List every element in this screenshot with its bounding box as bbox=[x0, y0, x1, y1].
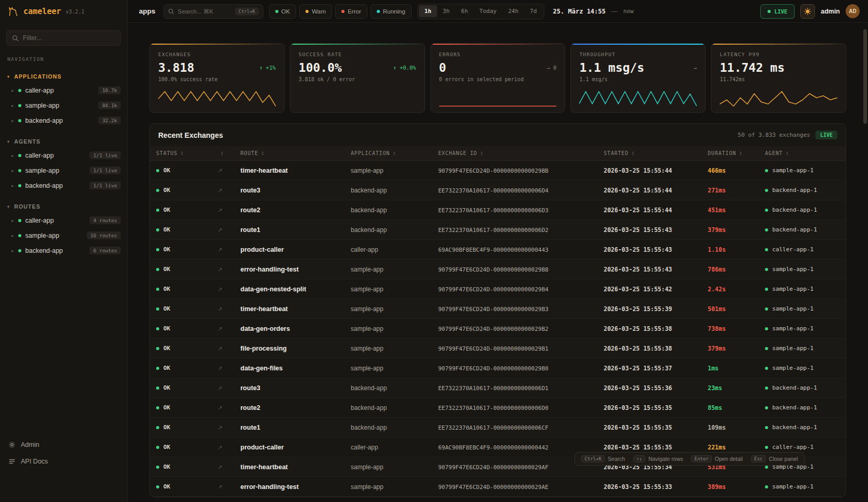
status-filter-warn[interactable]: Warn bbox=[299, 4, 332, 19]
agent-cell: backend-app-1 bbox=[759, 200, 846, 220]
sort-icon[interactable]: ↕ bbox=[220, 151, 224, 156]
time-range-1h[interactable]: 1h bbox=[419, 5, 437, 17]
open-exchange-icon[interactable]: ↗ bbox=[218, 168, 222, 174]
sidebar-item-sample-app[interactable]: ▸ sample-app 1/1 live bbox=[0, 163, 127, 178]
sidebar-item-backend-app[interactable]: ▸ backend-app 6 routes bbox=[0, 243, 127, 258]
sort-icon[interactable]: ↕ bbox=[480, 151, 484, 156]
sort-icon[interactable]: ↕ bbox=[785, 151, 789, 156]
open-exchange-icon[interactable]: ↗ bbox=[218, 424, 222, 431]
table-row[interactable]: OK ↗ timer-heartbeat sample-app 90799F47… bbox=[150, 161, 846, 181]
stat-card-success-rate[interactable]: SUCCESS RATE 100.0% ↑ +0.0% 3.818 ok / 0… bbox=[290, 43, 425, 113]
live-toggle-button[interactable]: LIVE bbox=[760, 4, 795, 19]
table-row[interactable]: OK ↗ route3 backend-app EE7322370A10617-… bbox=[150, 378, 846, 398]
column-header-application[interactable]: APPLICATION↕ bbox=[344, 146, 432, 161]
table-row[interactable]: OK ↗ file-processing sample-app 90799F47… bbox=[150, 339, 846, 358]
agent-cell: sample-app-1 bbox=[759, 161, 846, 181]
column-header-exchange-id[interactable]: EXCHANGE ID↕ bbox=[432, 146, 597, 161]
sort-icon[interactable]: ↕ bbox=[392, 151, 397, 156]
sidebar-item-backend-app[interactable]: ▸ backend-app 32.2k bbox=[0, 113, 127, 128]
global-search[interactable]: Ctrl+K bbox=[163, 4, 263, 19]
scrollbar-track[interactable] bbox=[863, 24, 867, 501]
stat-card-throughput[interactable]: THROUGHPUT 1.1 msg/s → 1.1 msg/s bbox=[570, 43, 706, 113]
open-exchange-icon[interactable]: ↗ bbox=[218, 227, 222, 233]
current-datetime[interactable]: 25. März 14:55 bbox=[553, 8, 606, 15]
sidebar-item-sample-app[interactable]: ▸ sample-app 16 routes bbox=[0, 228, 127, 243]
scrollbar-thumb[interactable] bbox=[863, 29, 867, 124]
status-filter-running[interactable]: Running bbox=[371, 4, 412, 19]
sidebar-item-caller-app[interactable]: ▸ caller-app 10.7k bbox=[0, 83, 127, 98]
time-range-7d[interactable]: 7d bbox=[524, 5, 542, 17]
table-header-row: STATUS↕↕ROUTE↕APPLICATION↕EXCHANGE ID↕ST… bbox=[150, 146, 846, 161]
open-exchange-icon[interactable]: ↗ bbox=[218, 286, 222, 292]
open-exchange-icon[interactable]: ↗ bbox=[218, 306, 222, 312]
table-row[interactable]: OK ↗ error-handling-test sample-app 9079… bbox=[150, 260, 846, 279]
sidebar-item-admin[interactable]: Admin bbox=[0, 436, 127, 453]
logo-row[interactable]: cameleer v3.2.1 bbox=[0, 0, 127, 23]
column-header-agent[interactable]: AGENT↕ bbox=[759, 146, 846, 161]
status-ok-dot bbox=[156, 347, 159, 350]
time-range-today[interactable]: Today bbox=[474, 5, 502, 17]
open-exchange-icon[interactable]: ↗ bbox=[218, 326, 222, 332]
sidebar-item-badge: 16 routes bbox=[87, 231, 121, 239]
table-row[interactable]: OK ↗ timer-heartbeat sample-app 90799F47… bbox=[150, 299, 846, 319]
open-exchange-icon[interactable]: ↗ bbox=[218, 365, 222, 371]
table-row[interactable]: OK ↗ error-handling-test sample-app 9079… bbox=[150, 477, 846, 497]
application-cell: backend-app bbox=[344, 200, 432, 220]
duration-cell: 786ms bbox=[701, 260, 759, 279]
table-row[interactable]: OK ↗ data-gen-orders sample-app 90799F47… bbox=[150, 319, 846, 339]
sidebar-item-api-docs[interactable]: API Docs bbox=[0, 453, 127, 470]
open-exchange-icon[interactable]: ↗ bbox=[218, 405, 222, 411]
column-header-route[interactable]: ROUTE↕ bbox=[234, 146, 344, 161]
status-filter-error[interactable]: Error bbox=[335, 4, 367, 19]
table-row[interactable]: OK ↗ route3 backend-app EE7322370A10617-… bbox=[150, 181, 846, 200]
status-filter-ok[interactable]: OK bbox=[269, 4, 297, 19]
table-row[interactable]: OK ↗ route1 backend-app EE7322370A10617-… bbox=[150, 418, 846, 437]
sidebar-filter[interactable] bbox=[6, 30, 121, 46]
table-row[interactable]: OK ↗ data-gen-nested-split sample-app 90… bbox=[150, 279, 846, 299]
column-header-status[interactable]: STATUS↕ bbox=[150, 146, 211, 161]
sidebar-item-backend-app[interactable]: ▸ backend-app 1/1 live bbox=[0, 178, 127, 193]
nav-group-header-agents[interactable]: ▾ AGENTS bbox=[0, 136, 127, 148]
sort-icon[interactable]: ↕ bbox=[631, 151, 635, 156]
open-exchange-icon[interactable]: ↗ bbox=[218, 345, 222, 352]
search-input[interactable] bbox=[178, 8, 232, 15]
now-label[interactable]: now bbox=[623, 8, 634, 15]
started-timestamp: 2026-03-25 15:55:42 bbox=[604, 286, 672, 293]
open-exchange-icon[interactable]: ↗ bbox=[218, 247, 222, 253]
application-cell: sample-app bbox=[344, 339, 432, 358]
sort-icon[interactable]: ↕ bbox=[261, 151, 265, 156]
sidebar-item-caller-app[interactable]: ▸ caller-app 4 routes bbox=[0, 213, 127, 228]
open-exchange-icon[interactable]: ↗ bbox=[218, 484, 222, 490]
avatar[interactable]: AD bbox=[846, 4, 860, 18]
column-header-col[interactable]: ↕ bbox=[211, 146, 234, 161]
column-header-duration[interactable]: DURATION↕ bbox=[701, 146, 759, 161]
open-exchange-icon[interactable]: ↗ bbox=[218, 385, 222, 391]
table-row[interactable]: OK ↗ data-gen-files sample-app 90799F47E… bbox=[150, 358, 846, 378]
sidebar-item-sample-app[interactable]: ▸ sample-app 84.1k bbox=[0, 98, 127, 113]
table-row[interactable]: OK ↗ route1 backend-app EE7322370A10617-… bbox=[150, 220, 846, 240]
open-exchange-icon[interactable]: ↗ bbox=[218, 187, 222, 194]
open-exchange-icon[interactable]: ↗ bbox=[218, 444, 222, 450]
column-header-started[interactable]: STARTED↕ bbox=[597, 146, 701, 161]
open-exchange-icon[interactable]: ↗ bbox=[218, 207, 222, 213]
sort-icon[interactable]: ↕ bbox=[180, 151, 184, 156]
open-exchange-icon[interactable]: ↗ bbox=[218, 464, 222, 470]
stat-card-exchanges[interactable]: EXCHANGES 3.818 ↑ +1% 100.0% success rat… bbox=[149, 43, 285, 113]
table-row[interactable]: OK ↗ route2 backend-app EE7322370A10617-… bbox=[150, 200, 846, 220]
open-exchange-icon[interactable]: ↗ bbox=[218, 266, 222, 273]
sort-icon[interactable]: ↕ bbox=[739, 151, 743, 156]
time-range-6h[interactable]: 6h bbox=[455, 5, 474, 17]
nav-group-header-routes[interactable]: ▾ ROUTES bbox=[0, 201, 127, 213]
sidebar-item-caller-app[interactable]: ▸ caller-app 1/1 live bbox=[0, 148, 127, 163]
stat-card-latency-p99[interactable]: LATENCY P99 11.742 ms 11.742ms bbox=[711, 43, 846, 113]
time-range-3h[interactable]: 3h bbox=[437, 5, 455, 17]
status-ok-dot bbox=[156, 485, 159, 488]
time-range-24h[interactable]: 24h bbox=[502, 5, 524, 17]
theme-toggle-button[interactable] bbox=[800, 4, 815, 19]
nav-group-header-applications[interactable]: ▾ APPLICATIONS bbox=[0, 71, 127, 83]
status-cell: OK bbox=[150, 279, 211, 299]
stat-card-errors[interactable]: ERRORS 0 → 0 0 errors in selected period bbox=[430, 43, 566, 113]
table-row[interactable]: OK ↗ product-caller caller-app 69AC90BF8… bbox=[150, 240, 846, 260]
filter-input[interactable] bbox=[23, 34, 115, 42]
table-row[interactable]: OK ↗ route2 backend-app EE7322370A10617-… bbox=[150, 398, 846, 418]
